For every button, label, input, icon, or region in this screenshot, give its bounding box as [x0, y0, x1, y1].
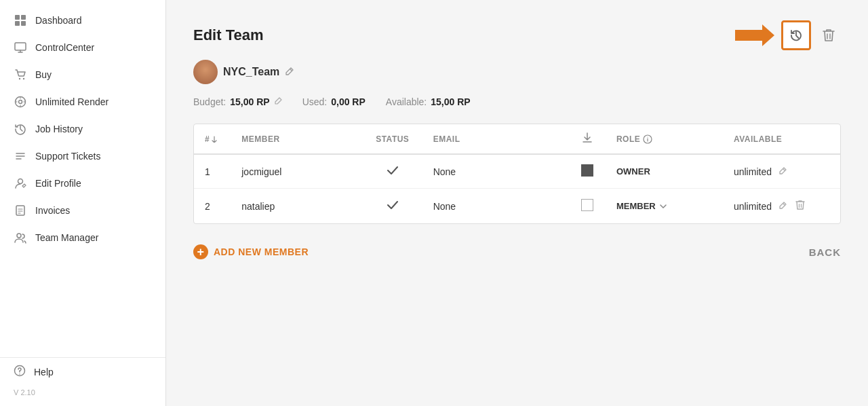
- sidebar-label-buy: Buy: [35, 69, 52, 80]
- cell-role: MEMBER: [606, 189, 723, 224]
- budget-label: Budget:: [193, 96, 226, 107]
- role-value: MEMBER: [616, 201, 656, 211]
- svg-point-8: [19, 100, 22, 104]
- add-member-button[interactable]: + ADD NEW MEMBER: [193, 244, 309, 259]
- svg-point-19: [19, 373, 20, 375]
- sidebar-item-buy[interactable]: Buy: [0, 61, 165, 88]
- svg-point-12: [18, 179, 23, 184]
- edit-budget-icon[interactable]: [274, 96, 282, 107]
- avatar-image: [193, 60, 218, 84]
- check-icon: [387, 200, 398, 210]
- sidebar-label-job-history: Job History: [35, 124, 83, 134]
- history-btn-icon: [789, 29, 803, 42]
- svg-rect-13: [16, 206, 24, 215]
- cell-status: [363, 154, 422, 189]
- col-header-status: STATUS: [363, 124, 422, 154]
- cell-member: jocmiguel: [231, 154, 363, 189]
- footer-row: + ADD NEW MEMBER BACK: [193, 244, 841, 259]
- sidebar-item-job-history[interactable]: Job History: [0, 115, 165, 143]
- svg-rect-1: [21, 15, 26, 20]
- num-sort-icon[interactable]: #: [205, 134, 220, 144]
- cell-available: unlimited: [723, 154, 840, 189]
- members-table-container: # MEMBER STATUS EMAIL: [193, 124, 841, 224]
- available-label: Available:: [386, 96, 427, 107]
- arrow-annotation: [735, 23, 776, 48]
- used-label: Used:: [302, 96, 328, 107]
- monitor-icon: [14, 41, 27, 54]
- table-row: 1jocmiguelNoneOWNERunlimited: [194, 154, 840, 189]
- cell-swatch: [569, 154, 606, 189]
- col-header-available: AVAILABLE: [723, 124, 840, 154]
- col-header-num: #: [194, 124, 231, 154]
- sidebar-item-invoices[interactable]: Invoices: [0, 197, 165, 224]
- svg-rect-2: [15, 21, 20, 26]
- members-table: # MEMBER STATUS EMAIL: [194, 124, 840, 223]
- sidebar-item-edit-profile[interactable]: Edit Profile: [0, 170, 165, 197]
- cell-num: 2: [194, 189, 231, 224]
- edit-member-button[interactable]: [777, 200, 789, 213]
- sidebar-label-edit-profile: Edit Profile: [35, 178, 81, 189]
- color-swatch-empty: [581, 199, 593, 211]
- role-value: OWNER: [616, 166, 650, 177]
- col-header-download: [569, 124, 606, 154]
- used-value: 0,00 RP: [331, 96, 366, 107]
- cell-email: None: [422, 189, 569, 224]
- sidebar: Dashboard ControlCenter Buy: [0, 0, 166, 406]
- help-icon: [14, 365, 26, 379]
- history-button[interactable]: [781, 20, 811, 50]
- svg-marker-20: [735, 24, 774, 46]
- sidebar-label-unlimited-render: Unlimited Render: [35, 96, 108, 107]
- svg-point-17: [17, 234, 21, 238]
- sidebar-item-help[interactable]: Help: [0, 357, 165, 386]
- header-row: Edit Team: [193, 20, 841, 50]
- sidebar-item-dashboard[interactable]: Dashboard: [0, 7, 165, 34]
- back-button[interactable]: BACK: [809, 246, 841, 258]
- col-header-member: MEMBER: [231, 124, 363, 154]
- sidebar-item-unlimited-render[interactable]: Unlimited Render: [0, 88, 165, 115]
- sidebar-item-control-center[interactable]: ControlCenter: [0, 34, 165, 61]
- col-header-role: ROLE: [606, 124, 723, 154]
- budget-item: Budget: 15,00 RP: [193, 96, 282, 107]
- cell-swatch: [569, 189, 606, 224]
- role-dropdown-icon[interactable]: [660, 204, 667, 209]
- budget-value: 15,00 RP: [230, 96, 269, 107]
- available-value: 15,00 RP: [431, 96, 470, 107]
- delete-member-button[interactable]: [794, 198, 806, 214]
- sidebar-label-control-center: ControlCenter: [35, 42, 94, 53]
- cell-member: nataliep: [231, 189, 363, 224]
- cell-email: None: [422, 154, 569, 189]
- role-info-icon[interactable]: [643, 134, 652, 144]
- sidebar-item-team-manager[interactable]: Team Manager: [0, 224, 165, 251]
- list-icon: [14, 149, 27, 163]
- sidebar-label-invoices: Invoices: [35, 205, 70, 216]
- sidebar-label-support-tickets: Support Tickets: [35, 151, 101, 162]
- available-item: Available: 15,00 RP: [386, 96, 471, 107]
- users-icon: [14, 231, 27, 244]
- orange-arrow-icon: [735, 23, 776, 48]
- color-swatch-filled: [581, 164, 593, 177]
- team-name: NYC_Team: [223, 66, 279, 78]
- cart-icon: [14, 68, 27, 81]
- sidebar-label-help: Help: [34, 367, 54, 377]
- sidebar-item-support-tickets[interactable]: Support Tickets: [0, 143, 165, 170]
- used-item: Used: 0,00 RP: [302, 96, 366, 107]
- svg-point-6: [23, 78, 24, 79]
- svg-rect-3: [21, 21, 26, 26]
- svg-point-5: [19, 78, 20, 79]
- delete-team-button[interactable]: [816, 23, 841, 48]
- available-value: unlimited: [734, 201, 772, 212]
- header-actions: [735, 20, 841, 50]
- cell-role: OWNER: [606, 154, 723, 189]
- cell-available: unlimited: [723, 189, 840, 224]
- svg-rect-4: [15, 43, 26, 50]
- disc-icon: [14, 95, 27, 109]
- edit-team-name-icon[interactable]: [285, 67, 294, 78]
- svg-point-27: [648, 136, 648, 137]
- edit-member-button[interactable]: [777, 165, 789, 179]
- page-title: Edit Team: [193, 26, 264, 44]
- col-header-email: EMAIL: [422, 124, 569, 154]
- download-icon: [583, 132, 592, 143]
- cell-status: [363, 189, 422, 224]
- team-avatar: [193, 60, 218, 84]
- main-content: Edit Team: [166, 0, 868, 406]
